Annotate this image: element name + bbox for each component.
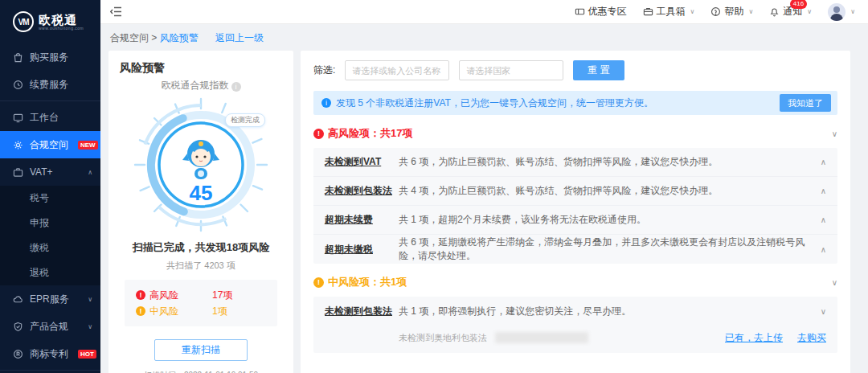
risk-detail-row: 未检测到奥地利包装法 已有，去上传 去购买 [313,326,837,353]
sidebar-item-label: 产品合规 [30,320,68,334]
info-banner: i 发现 5 个非欧税通注册VAT，已为您一键导入合规空间，统一管理更方便。 我… [313,91,837,115]
breadcrumb-root[interactable]: 合规空间 [110,32,149,43]
chevron-down-icon: ∨ [88,323,92,330]
sidebar-item-label: 申报 [30,216,49,230]
compliance-score: 45 [190,181,213,205]
scan-count-text: 共扫描了 4203 项 [120,260,282,272]
risk-name-link[interactable]: 超期未续费 [325,213,399,227]
high-risk-section-header[interactable]: ! 高风险项：共17项 ∨ [313,126,837,141]
section-title: 高风险项：共17项 [328,126,412,141]
brand-logo-icon: VM [13,11,34,32]
sidebar-item-trademark-patent[interactable]: 商标专利 HOT [0,340,100,367]
rescan-button[interactable]: 重新扫描 [154,339,248,361]
compliance-index-label: 欧税通合规指数i [120,79,282,92]
gear-icon [13,140,23,150]
chevron-up-icon[interactable]: ∧ [821,186,826,195]
chevron-up-icon[interactable]: ∧ [821,245,826,254]
upload-existing-link[interactable]: 已有，去上传 [725,331,783,345]
shield-icon [13,322,23,332]
section-title: 中风险项：共1项 [328,275,407,289]
sidebar-item-label: 合规空间 [30,138,68,152]
banner-text: 发现 5 个非欧税通注册VAT，已为您一键导入合规空间，统一管理更方便。 [336,96,653,110]
avatar [828,3,845,21]
sidebar-item-tax-refund[interactable]: 退税 [0,260,100,285]
sidebar-item-epr-services[interactable]: EPR服务 ∨ [0,285,100,313]
help-menu[interactable]: 帮助 ∨ [710,5,753,18]
cloud-icon [13,294,23,305]
reset-button[interactable]: 重 置 [573,60,624,80]
sidebar-divider [0,100,100,101]
user-menu[interactable]: ∨ [828,3,855,21]
sidebar-item-label: 工作台 [30,111,59,125]
sidebar-item-label: 购买服务 [30,51,68,64]
country-filter-input[interactable] [459,60,563,80]
sidebar-item-vat[interactable]: VAT+ ∧ [0,158,100,186]
sidebar-item-renewal-services[interactable]: 续费服务 [0,71,100,98]
buy-link[interactable]: 去购买 [797,331,826,345]
breadcrumb-separator: > [151,32,157,43]
sidebar-item-buy-services[interactable]: 购买服务 [0,43,100,71]
chevron-down-icon[interactable]: ∨ [821,307,826,316]
mid-risk-section-header[interactable]: ! 中风险项：共1项 ∨ [313,275,837,289]
renew-icon [13,80,23,90]
sidebar-item-product-compliance[interactable]: 产品合规 ∨ [0,313,100,340]
chevron-down-icon[interactable]: ∨ [832,278,837,287]
company-filter-input[interactable] [345,60,449,80]
risk-name-link[interactable]: 未检测到VAT [325,155,399,169]
help-label: 帮助 [724,5,743,18]
risk-row-packaging-missing[interactable]: 未检测到包装法 共 4 项，为防止巨额罚款、账号冻结、货物扣押等风险，建议您尽快… [313,177,837,206]
top-header: 优惠专区 工具箱 ∨ 帮助 ∨ 通知 416 ∨ ∨ [100,0,868,24]
hot-badge: HOT [78,350,96,359]
toolbox-label: 工具箱 [657,5,686,18]
risk-row-vat-missing[interactable]: 未检测到VAT 共 6 项，为防止巨额罚款、账号冻结、货物扣押等风险，建议您尽快… [313,148,837,177]
brand-logo[interactable]: VM 欧税通 www.oushuitong.com [0,0,100,43]
risk-description: 共 6 项，为防止巨额罚款、账号冻结、货物扣押等风险，建议您尽快办理。 [399,155,718,169]
collapse-menu-icon[interactable] [110,6,122,17]
sidebar-item-tax-number[interactable]: 税号 [0,186,100,211]
exclamation-icon: ! [136,306,145,316]
filter-bar: 筛选: 重 置 [313,60,837,80]
sidebar-item-workbench[interactable]: 工作台 [0,104,100,131]
compliance-index-text: 欧税通合规指数 [162,80,229,91]
high-risk-stat: ! 高风险 17项 [136,287,266,303]
ticket-icon [575,6,585,17]
notification-count-badge: 416 [790,0,807,9]
chevron-down-icon: ∨ [690,8,695,15]
risk-description: 共 4 项，为防止巨额罚款、账号冻结、货物扣押等风险，建议您尽快办理。 [399,184,718,198]
coupon-zone-link[interactable]: 优惠专区 [575,5,627,18]
stat-label: 高风险 [149,289,178,302]
chevron-up-icon[interactable]: ∧ [821,158,826,166]
info-icon[interactable]: i [231,82,241,92]
brand-subtext: www.oushuitong.com [39,26,84,31]
acknowledge-button[interactable]: 我知道了 [780,94,831,112]
risk-row-packaging-mid[interactable]: 未检测到包装法 共 1 项，即将强制执行，建议您密切关注，尽早办理。 ∨ [313,297,837,326]
brand-name: 欧税通 [39,14,84,26]
chevron-down-icon[interactable]: ∨ [832,129,837,138]
chevron-up-icon[interactable]: ∧ [821,215,826,224]
risk-summary-panel: 风险预警 欧税通合规指数i 检测完成 [108,51,293,373]
risk-row-overdue-tax[interactable]: 超期未缴税 共 6 项，延期缴税将产生滞纳金，滞纳金每月叠加，并且多次未缴税更会… [313,235,837,264]
stat-label: 中风险 [149,305,178,318]
toolbox-menu[interactable]: 工具箱 ∨ [643,5,695,18]
sidebar: VM 欧税通 www.oushuitong.com 购买服务 续费服务 工作台 … [0,0,100,373]
chevron-up-icon: ∧ [88,169,92,176]
bag-icon [13,52,23,63]
risk-name-link[interactable]: 未检测到包装法 [325,184,399,198]
sidebar-item-compliance-space[interactable]: 合规空间 NEW [0,131,100,158]
back-link[interactable]: 返回上一级 [215,32,264,43]
sidebar-item-tax-payment[interactable]: 缴税 [0,236,100,260]
main-content: 合规空间 > 风险预警 返回上一级 风险预警 欧税通合规指数i 检测完成 [100,24,868,373]
bell-icon [769,6,780,17]
toolbox-icon [643,6,653,17]
risk-name-link[interactable]: 超期未缴税 [325,243,399,256]
exclamation-icon: ! [313,129,324,139]
chevron-down-icon: ∨ [807,8,812,15]
notifications-menu[interactable]: 通知 416 ∨ [769,5,812,18]
sidebar-divider [0,370,100,371]
sidebar-item-label: 退税 [30,266,49,280]
risk-row-overdue-renewal[interactable]: 超期未续费 共 1 项，超期2个月未续费，该业务将无法在欧税通使用。 ∧ [313,206,837,235]
risk-name-link[interactable]: 未检测到包装法 [325,305,399,318]
registered-icon [13,349,23,359]
risk-detail-text: 未检测到奥地利包装法 [399,332,487,344]
sidebar-item-declaration[interactable]: 申报 [0,211,100,236]
